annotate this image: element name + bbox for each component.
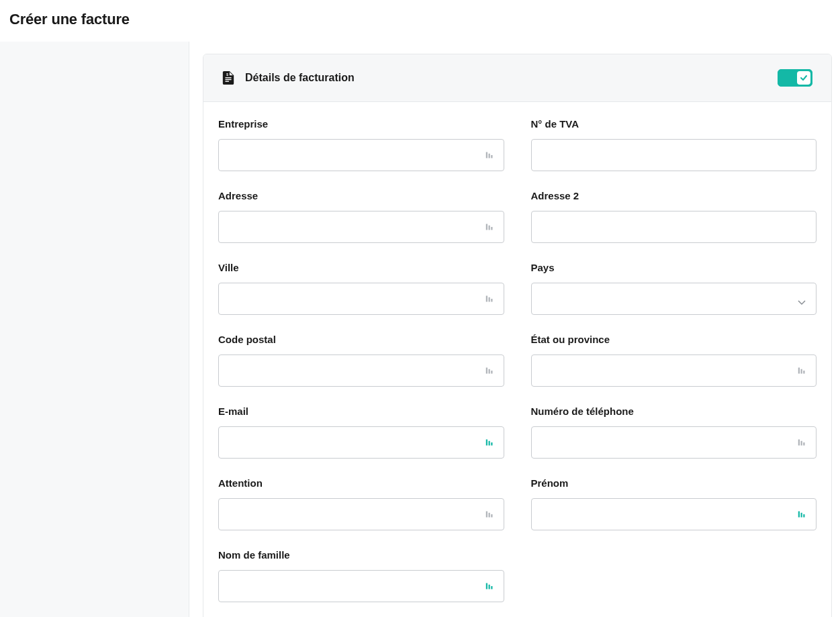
field-phone: Numéro de téléphone <box>531 406 817 459</box>
label-attention: Attention <box>218 477 504 489</box>
label-vat: N° de TVA <box>531 118 817 130</box>
field-vat: N° de TVA <box>531 118 817 171</box>
input-wrap-postal <box>218 354 504 387</box>
field-attention: Attention <box>218 477 504 530</box>
input-wrap-email <box>218 426 504 459</box>
field-postal: Code postal <box>218 334 504 387</box>
form-grid: Entreprise N° de TVA <box>218 118 816 602</box>
attention-input[interactable] <box>218 498 504 530</box>
input-wrap-address2 <box>531 211 817 243</box>
page-title: Créer une facture <box>9 11 831 28</box>
svg-rect-2 <box>225 81 228 82</box>
address2-input[interactable] <box>531 211 817 243</box>
field-email: E-mail <box>218 406 504 459</box>
input-wrap-city <box>218 283 504 315</box>
lastname-input[interactable] <box>218 570 504 602</box>
toggle-knob <box>797 71 810 85</box>
label-state: État ou province <box>531 334 817 345</box>
input-wrap-company <box>218 139 504 171</box>
card-header-left: $ Détails de facturation <box>222 71 355 85</box>
layout: $ Détails de facturation <box>0 42 840 617</box>
label-email: E-mail <box>218 406 504 417</box>
phone-input[interactable] <box>531 426 817 459</box>
firstname-input[interactable] <box>531 498 817 530</box>
label-firstname: Prénom <box>531 477 817 489</box>
input-wrap-vat <box>531 139 817 171</box>
label-address: Adresse <box>218 190 504 201</box>
sidebar <box>0 42 189 617</box>
label-address2: Adresse 2 <box>531 190 817 201</box>
company-input[interactable] <box>218 139 504 171</box>
billing-details-card: $ Détails de facturation <box>203 54 832 617</box>
city-input[interactable] <box>218 283 504 315</box>
billing-toggle[interactable] <box>778 69 812 87</box>
email-input[interactable] <box>218 426 504 459</box>
invoice-icon: $ <box>222 71 234 85</box>
card-body: Entreprise N° de TVA <box>203 102 831 617</box>
postal-input[interactable] <box>218 354 504 387</box>
input-wrap-firstname <box>531 498 817 530</box>
card-header: $ Détails de facturation <box>203 54 831 102</box>
input-wrap-attention <box>218 498 504 530</box>
label-country: Pays <box>531 262 817 273</box>
input-wrap-address <box>218 211 504 243</box>
vat-input[interactable] <box>531 139 817 171</box>
label-company: Entreprise <box>218 118 504 130</box>
field-address2: Adresse 2 <box>531 190 817 243</box>
page-header: Créer une facture <box>0 0 840 42</box>
label-phone: Numéro de téléphone <box>531 406 817 417</box>
input-wrap-country <box>531 283 817 315</box>
label-city: Ville <box>218 262 504 273</box>
label-lastname: Nom de famille <box>218 549 504 561</box>
field-lastname: Nom de famille <box>218 549 504 602</box>
input-wrap-lastname <box>218 570 504 602</box>
label-postal: Code postal <box>218 334 504 345</box>
input-wrap-state <box>531 354 817 387</box>
card-title: Détails de facturation <box>245 72 355 84</box>
field-company: Entreprise <box>218 118 504 171</box>
input-wrap-phone <box>531 426 817 459</box>
address-input[interactable] <box>218 211 504 243</box>
main-content: $ Détails de facturation <box>189 42 840 617</box>
field-firstname: Prénom <box>531 477 817 530</box>
country-select[interactable] <box>531 283 817 315</box>
field-state: État ou province <box>531 334 817 387</box>
field-city: Ville <box>218 262 504 315</box>
svg-rect-0 <box>225 77 231 78</box>
field-country: Pays <box>531 262 817 315</box>
svg-rect-1 <box>225 79 231 80</box>
check-icon <box>800 74 808 82</box>
state-input[interactable] <box>531 354 817 387</box>
field-address: Adresse <box>218 190 504 243</box>
